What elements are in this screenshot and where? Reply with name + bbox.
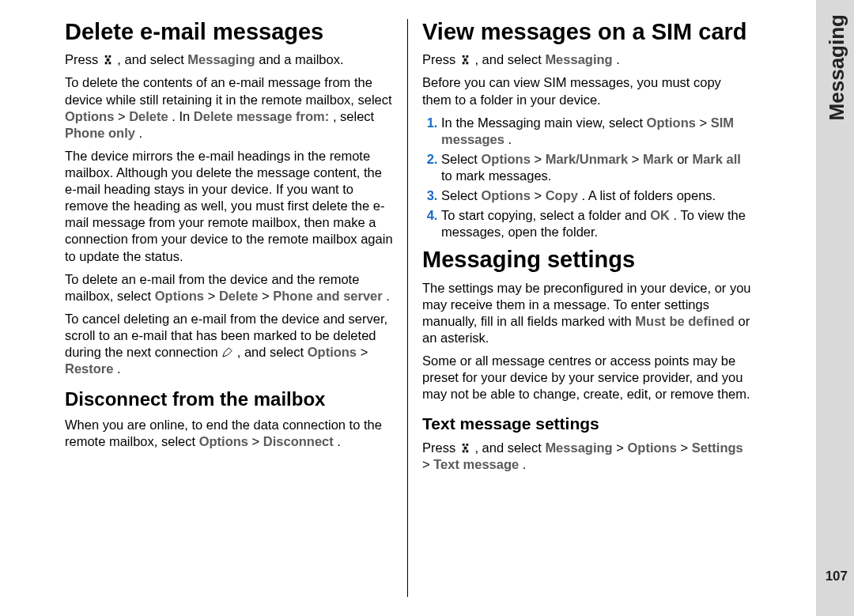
text: Select (441, 152, 481, 166)
para: To cancel deleting an e-mail from the de… (65, 311, 393, 377)
heading-messaging-settings: Messaging settings (422, 247, 751, 273)
text: . (616, 52, 620, 66)
para: To delete an e-mail from the device and … (65, 271, 393, 304)
text-bold: Restore (65, 361, 113, 376)
text: . (139, 126, 143, 140)
page-number: 107 (826, 569, 848, 584)
text: , and select (474, 440, 545, 455)
text: . (386, 289, 390, 303)
para: Press , and select Messaging . (422, 51, 751, 68)
para: To delete the contents of an e-mail mess… (65, 74, 393, 141)
left-column: Delete e-mail messages Press , and selec… (65, 19, 408, 597)
text: . (523, 457, 527, 471)
text-bold: Mark/Unmark (546, 152, 629, 166)
para: Press , and select Messaging and a mailb… (65, 51, 393, 68)
text: Press (65, 52, 102, 66)
text-bold: Text message (433, 457, 519, 471)
text: . (117, 361, 121, 376)
para: Some or all message centres or access po… (422, 353, 751, 402)
para: Before you can view SIM messages, you mu… (422, 74, 751, 108)
text-bold: Options (481, 188, 530, 202)
text-bold: Phone only (65, 126, 135, 140)
text: and a mailbox. (259, 52, 343, 66)
text-bold: Options (199, 434, 248, 448)
text-bold: Copy (546, 188, 578, 202)
menu-key-icon (459, 54, 471, 66)
para: The device mirrors the e-mail headings i… (65, 148, 393, 265)
text: to mark messages. (441, 168, 551, 183)
text: , and select (474, 52, 545, 66)
text: . (508, 132, 512, 146)
text: Select (441, 188, 481, 202)
menu-key-icon (459, 442, 471, 454)
text: > (534, 188, 545, 202)
text-bold: Options (481, 152, 530, 166)
text-bold: Delete (219, 289, 259, 303)
list-item: To start copying, select a folder and OK… (441, 207, 751, 240)
text: Press (422, 52, 459, 66)
text-bold: Mark (643, 152, 674, 166)
heading-text-message-settings: Text message settings (422, 414, 751, 433)
text-bold: Options (65, 109, 114, 123)
text-bold: Messaging (545, 440, 612, 455)
text-bold: Settings (692, 440, 743, 455)
para: The settings may be preconfigured in you… (422, 280, 751, 346)
text: > (252, 434, 263, 448)
text: , and select (117, 52, 187, 66)
list-item: In the Messaging main view, select Optio… (441, 115, 751, 148)
text: . In (172, 109, 194, 123)
text-bold: Delete message from: (194, 109, 330, 123)
section-label: Messaging (825, 14, 849, 120)
list-item: Select Options > Mark/Unmark > Mark or M… (441, 151, 751, 184)
text-bold: OK (650, 208, 670, 222)
heading-delete-email: Delete e-mail messages (65, 19, 393, 45)
numbered-steps: In the Messaging main view, select Optio… (422, 115, 751, 241)
text-bold: Options (627, 440, 676, 455)
text: > (534, 152, 545, 166)
pencil-icon (221, 346, 233, 358)
manual-page: Messaging 107 Delete e-mail messages Pre… (0, 0, 854, 616)
text: In the Messaging main view, select (441, 115, 647, 130)
text-bold: Options (308, 345, 357, 359)
text: , and select (237, 345, 308, 359)
text-bold: Must be defined (635, 314, 735, 328)
text: > (422, 457, 433, 471)
content-columns: Delete e-mail messages Press , and selec… (0, 0, 751, 616)
text: > (632, 152, 643, 166)
text: > (361, 345, 368, 359)
text-bold: Options (647, 115, 696, 130)
text: > (262, 289, 273, 303)
heading-disconnect: Disconnect from the mailbox (65, 388, 393, 410)
text: > (616, 440, 627, 455)
para: When you are online, to end the data con… (65, 417, 393, 450)
text: > (680, 440, 691, 455)
text-bold: Mark all (692, 152, 740, 166)
text: > (118, 109, 129, 123)
text-bold: Messaging (545, 52, 612, 66)
text-bold: Messaging (187, 52, 255, 66)
side-tab: Messaging 107 (816, 0, 854, 616)
text-bold: Phone and server (273, 289, 382, 303)
text: , select (333, 109, 374, 123)
text: > (208, 289, 219, 303)
text-bold: Options (155, 289, 204, 303)
text: . A list of folders opens. (581, 188, 716, 202)
text-bold: Delete (129, 109, 168, 123)
text: To delete the contents of an e-mail mess… (65, 75, 392, 106)
text: Press (422, 440, 459, 455)
text: To start copying, select a folder and (441, 208, 650, 222)
text: or (677, 152, 692, 166)
menu-key-icon (102, 54, 114, 66)
text: . (337, 434, 341, 448)
para: Press , and select Messaging > Options >… (422, 440, 751, 473)
text: > (700, 115, 711, 130)
list-item: Select Options > Copy . A list of folder… (441, 187, 751, 204)
right-column: View messages on a SIM card Press , and … (408, 19, 751, 597)
heading-view-sim: View messages on a SIM card (422, 19, 751, 45)
text-bold: Disconnect (263, 434, 334, 448)
